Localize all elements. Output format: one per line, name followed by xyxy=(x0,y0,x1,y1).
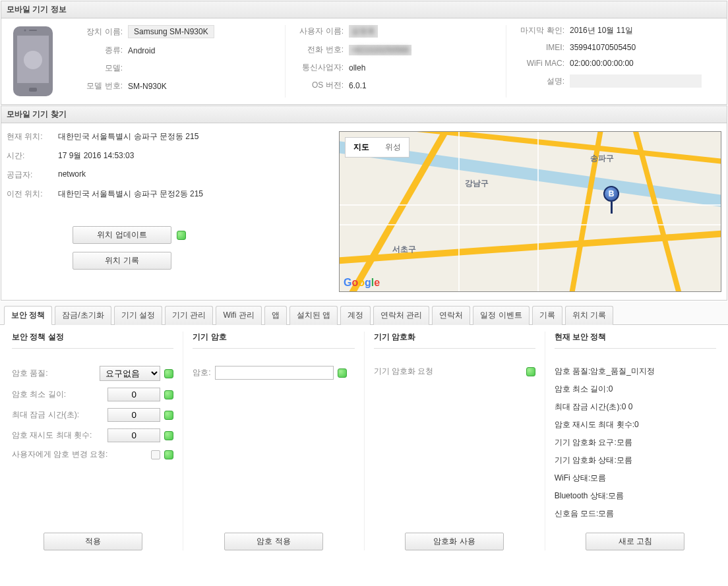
label-prev-loc: 이전 위치: xyxy=(7,189,53,200)
tab-0[interactable]: 보안 정책 xyxy=(4,306,52,325)
locate-panel: 모바일 기기 찾기 현재 위치:대한민국 서울특별시 송파구 문정동 215 시… xyxy=(1,105,727,301)
status-dot-icon xyxy=(164,369,173,378)
locate-header: 모바일 기기 찾기 xyxy=(1,106,727,123)
svg-rect-3 xyxy=(29,88,37,92)
device-icon xyxy=(7,25,59,98)
current-policy-line: 기기 암호화 요구:모름 xyxy=(555,437,716,448)
svg-rect-5 xyxy=(29,30,37,31)
desc-input[interactable] xyxy=(570,74,702,88)
tabs: 보안 정책잠금/초기화기기 설정기기 관리Wifi 관리앱설치된 앱계정연락처 … xyxy=(0,301,728,325)
tab-3[interactable]: 기기 관리 xyxy=(165,306,213,325)
tab-10[interactable]: 일정 이벤트 xyxy=(473,306,529,325)
refresh-button[interactable]: 새로 고침 xyxy=(586,533,684,550)
policy-body: 보안 정책 설정 암호 품질: 요구없음 암호 최소 길이: 최대 잠금 시간(… xyxy=(0,325,728,560)
device-info-panel: 모바일 기기 정보 장치 이름:Samsung SM-N930K 종류:Andr… xyxy=(1,1,727,105)
label-time: 시간: xyxy=(7,150,53,161)
tab-11[interactable]: 기록 xyxy=(532,306,562,325)
update-location-button[interactable]: 위치 업데이트 xyxy=(73,226,171,244)
pw-quality-select[interactable]: 요구없음 xyxy=(100,366,160,381)
svg-point-2 xyxy=(24,51,42,69)
location-history-button[interactable]: 위치 기록 xyxy=(73,252,171,270)
label-max-retry: 암호 재시도 최대 횟수: xyxy=(12,430,104,441)
value-carrier: olleh xyxy=(349,63,365,73)
label-desc: 설명: xyxy=(512,76,564,87)
current-policy-line: 암호 품질:암호_품질_미지정 xyxy=(555,366,716,377)
status-dot-icon xyxy=(164,390,173,399)
tab-7[interactable]: 계정 xyxy=(340,306,371,325)
label-device-name: 장치 이름: xyxy=(70,26,123,38)
label-max-lock: 최대 잠금 시간(초): xyxy=(12,409,104,421)
device-encryption-title: 기기 암호화 xyxy=(374,332,535,343)
current-policy-line: 암호 재시도 최대 횟수:0 xyxy=(555,419,716,430)
value-imei: 359941070505450 xyxy=(570,43,636,52)
value-osver: 6.0.1 xyxy=(349,81,367,90)
value-model-no: SM-N930K xyxy=(128,82,167,91)
tab-4[interactable]: Wifi 관리 xyxy=(216,306,261,325)
current-policy-line: 기기 암호화 상태:모름 xyxy=(555,455,716,466)
value-prev-loc: 대한민국 서울특별시 송파구 문정2동 215 xyxy=(58,189,203,200)
value-type: Android xyxy=(128,46,155,55)
map[interactable]: 송파구 강남구 서초구 B 지도 위성 Google xyxy=(339,131,721,292)
svg-point-4 xyxy=(24,30,26,32)
tab-5[interactable]: 앱 xyxy=(264,306,287,325)
label-password: 암호: xyxy=(193,367,210,378)
current-policy-line: Bluetooth 상태:모름 xyxy=(555,490,716,502)
label-user-name: 사용자 이름: xyxy=(291,26,344,37)
value-user-name: 김영호 xyxy=(349,25,378,38)
status-dot-icon xyxy=(164,431,173,440)
tab-1[interactable]: 잠금/초기화 xyxy=(55,306,111,325)
value-provider: network xyxy=(58,169,86,181)
current-policy-line: 최대 잠금 시간(초):0 0 xyxy=(555,401,716,413)
label-req-encryption: 기기 암호화 요청 xyxy=(374,366,522,377)
label-min-len: 암호 최소 길이: xyxy=(12,389,104,400)
map-tab-satellite[interactable]: 위성 xyxy=(377,138,409,157)
map-label-district2: 강남구 xyxy=(465,178,489,189)
value-cur-loc: 대한민국 서울특별시 송파구 문정동 215 xyxy=(58,131,198,142)
map-type-tabs: 지도 위성 xyxy=(345,137,410,158)
device-info-header: 모바일 기기 정보 xyxy=(1,1,727,18)
current-policy-line: WiFi 상태:모름 xyxy=(555,473,716,484)
label-wifimac: WiFi MAC: xyxy=(512,59,564,68)
label-provider: 공급자: xyxy=(7,169,53,181)
label-model-no: 모델 번호: xyxy=(70,80,123,92)
current-policy-line: 신호음 모드:모름 xyxy=(555,508,716,519)
min-len-input[interactable] xyxy=(107,388,160,401)
google-logo: Google xyxy=(344,277,380,289)
status-dot-icon xyxy=(338,368,347,378)
tab-12[interactable]: 위치 기록 xyxy=(565,306,613,325)
tab-2[interactable]: 기기 설정 xyxy=(114,306,162,325)
map-label-district1: 송파구 xyxy=(590,153,614,164)
label-req-change: 사용자에게 암호 변경 요청: xyxy=(12,449,147,460)
label-phone: 전화 번호: xyxy=(291,44,344,55)
map-pin-icon: B xyxy=(603,186,619,214)
map-label-district3: 서초구 xyxy=(392,244,416,255)
value-last-check: 2016년 10월 11일 xyxy=(570,25,633,36)
req-change-checkbox[interactable] xyxy=(151,450,160,459)
max-retry-input[interactable] xyxy=(107,428,160,442)
password-input[interactable] xyxy=(215,366,334,380)
tab-6[interactable]: 설치된 앱 xyxy=(289,306,338,325)
apply-password-button[interactable]: 암호 적용 xyxy=(224,533,323,550)
map-tab-map[interactable]: 지도 xyxy=(346,138,377,157)
value-device-name: Samsung SM-N930K xyxy=(128,25,214,38)
current-policy-list: 암호 품질:암호_품질_미지정암호 최소 길이:0최대 잠금 시간(초):0 0… xyxy=(555,366,716,526)
policy-settings-title: 보안 정책 설정 xyxy=(12,332,173,343)
status-dot-icon xyxy=(177,231,186,240)
label-osver: OS 버전: xyxy=(291,80,344,91)
max-lock-input[interactable] xyxy=(107,408,160,422)
label-carrier: 통신사업자: xyxy=(291,62,344,73)
status-dot-icon xyxy=(164,450,173,459)
value-wifimac: 02:00:00:00:00:00 xyxy=(570,59,634,68)
status-dot-icon xyxy=(526,367,535,376)
label-imei: IMEI: xyxy=(512,43,564,52)
label-cur-loc: 현재 위치: xyxy=(7,131,53,142)
use-encryption-button[interactable]: 암호화 사용 xyxy=(405,533,504,550)
value-time: 17 9월 2016 14:53:03 xyxy=(58,150,134,161)
value-phone: +821020250566 xyxy=(349,45,411,55)
label-pw-quality: 암호 품질: xyxy=(12,368,96,379)
tab-9[interactable]: 연락처 xyxy=(432,306,470,325)
tab-8[interactable]: 연락처 관리 xyxy=(373,306,429,325)
label-type: 종류: xyxy=(70,45,123,56)
current-policy-line: 암호 최소 길이:0 xyxy=(555,384,716,395)
apply-button[interactable]: 적용 xyxy=(44,533,142,550)
